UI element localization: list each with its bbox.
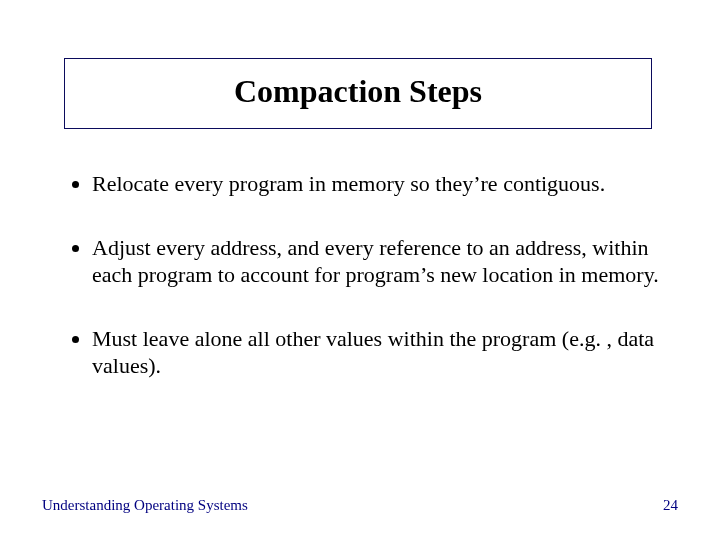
bullet-list: Relocate every program in memory so they… <box>68 170 668 380</box>
bullet-list-container: Relocate every program in memory so they… <box>68 170 668 416</box>
list-item: Must leave alone all other values within… <box>92 325 668 380</box>
list-item: Relocate every program in memory so they… <box>92 170 668 198</box>
page-number: 24 <box>663 497 678 514</box>
title-box: Compaction Steps <box>64 58 652 129</box>
list-item: Adjust every address, and every referenc… <box>92 234 668 289</box>
slide-title: Compaction Steps <box>65 73 651 110</box>
footer-left: Understanding Operating Systems <box>42 497 248 514</box>
